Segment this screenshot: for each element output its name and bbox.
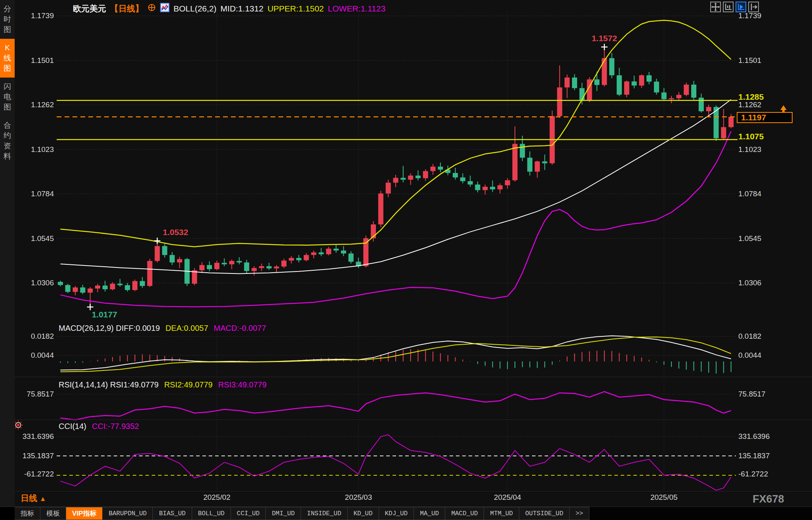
axis-label: 1.0545 <box>738 234 761 243</box>
rsi2-value: RSI2:49.0779 <box>164 380 212 389</box>
tab-mtmud[interactable]: MTM_UD <box>484 507 519 520</box>
axis-label: -61.2722 <box>738 470 768 478</box>
play-axis-icon[interactable] <box>736 2 746 12</box>
axis-label: 0.0182 <box>738 332 761 341</box>
tab-kdud[interactable]: KD_UD <box>348 507 379 520</box>
axis-label: 75.8517 <box>14 390 54 399</box>
support-level-label: 1.1075 <box>738 132 764 141</box>
scale-axis-icon[interactable] <box>723 2 734 12</box>
panel-divider <box>15 377 812 377</box>
x-axis-month-label: 2025/02 <box>197 493 236 502</box>
sidebar-item-1[interactable]: 分 时 图 <box>0 0 15 39</box>
chart-toolbar <box>710 2 759 12</box>
rsi1-value: RSI1:49.0779 <box>110 380 158 389</box>
price-annotation: 1.0177 <box>92 310 117 319</box>
axis-label: 1.0545 <box>14 234 54 243</box>
chart-header: 欧元美元 【日线】 BOLL(26,2) MID:1.1312 UPPER:1.… <box>73 3 385 14</box>
axis-label: 1.1023 <box>14 145 54 154</box>
boll-mid-value: MID:1.1312 <box>221 4 264 13</box>
tab-vip[interactable]: VIP指标 <box>66 507 103 520</box>
chart-app: 分 时 图K 线 图闪 电 图合 约 资 料 欧元美元 【日线】 BOLL(26… <box>0 0 812 520</box>
tab-dmiud[interactable]: DMI_UD <box>266 507 301 520</box>
axis-label: 0.0044 <box>738 351 761 360</box>
price-marker-cross-icon <box>601 44 608 50</box>
x-axis-month-label: 2025/05 <box>644 493 684 502</box>
candles-group <box>58 47 734 307</box>
axis-label: 1.1739 <box>738 11 761 20</box>
caret-up-icon: ▲ <box>40 495 46 503</box>
bollinger-bands <box>60 20 731 307</box>
sidebar-item-3[interactable]: 闪 电 图 <box>0 78 15 116</box>
symbol-name: 欧元美元 <box>73 3 106 14</box>
indicator-tab-bar: 指标模板VIP指标BARUPDN_UDBIAS_UDBOLL_UDCCI_UDD… <box>0 507 812 520</box>
x-axis-month-label: 2025/03 <box>339 493 378 502</box>
macd-panel <box>60 336 731 374</box>
axis-label: 1.1739 <box>14 11 54 20</box>
axis-label: 75.8517 <box>738 390 766 399</box>
axis-label: 1.1262 <box>14 101 54 109</box>
resistance-level-label: 1.1285 <box>738 92 764 102</box>
sidebar: 分 时 图K 线 图闪 电 图合 约 资 料 <box>0 0 15 507</box>
tabbar-spacer <box>0 507 15 520</box>
panel-divider <box>15 419 812 420</box>
axis-label: 1.1501 <box>14 56 54 65</box>
tab-bollud[interactable]: BOLL_UD <box>192 507 231 520</box>
boll-label: BOLL(26,2) <box>173 4 217 13</box>
tab-[interactable]: 指标 <box>15 507 40 520</box>
tab-[interactable]: 模板 <box>40 507 66 520</box>
level-lines <box>57 101 787 140</box>
tab-insideud[interactable]: INSIDE_UD <box>301 507 347 520</box>
axis-label: 1.1262 <box>738 101 761 109</box>
target-plus-icon[interactable] <box>147 3 156 14</box>
cci-panel <box>60 435 731 490</box>
watermark: FX678 <box>753 493 784 505</box>
axis-label: 1.1023 <box>738 145 761 154</box>
axis-label: 331.6396 <box>14 432 54 441</box>
price-annotation: 1.1572 <box>589 34 620 43</box>
cci-reference-lines <box>57 456 736 475</box>
rsi-header: RSI(14,14,14) RSI1:49.0779 RSI2:49.0779 … <box>59 380 267 389</box>
axis-label: -61.2722 <box>14 470 54 478</box>
macd-title: MACD(26,12,9) <box>59 324 114 332</box>
sidebar-item-2[interactable]: K 线 图 <box>0 39 15 78</box>
axis-label: 331.6396 <box>738 432 770 441</box>
axis-label: 135.1837 <box>14 452 54 460</box>
tab-outsideud[interactable]: OUTSIDE_UD <box>519 507 570 520</box>
boll-lower-value: LOWER:1.1123 <box>328 4 386 13</box>
pan-end-icon[interactable] <box>748 2 759 12</box>
axis-label: 135.1837 <box>738 452 770 460</box>
panel-divider <box>15 491 812 492</box>
macd-macd-value: MACD:-0.0077 <box>214 324 266 333</box>
tab-kdjud[interactable]: KDJ_UD <box>379 507 414 520</box>
axis-label: 1.1501 <box>738 56 761 65</box>
tab-biasud[interactable]: BIAS_UD <box>153 507 192 520</box>
sidebar-item-4[interactable]: 合 约 资 料 <box>0 116 15 165</box>
axis-label: 1.0784 <box>14 190 54 198</box>
rsi-panel <box>60 392 731 420</box>
tab-maud[interactable]: MA_UD <box>414 507 445 520</box>
timeframe-selector[interactable]: 日线 ▲ <box>21 493 46 504</box>
rsi-title: RSI(14,14,14) <box>59 380 108 389</box>
mini-chart-icon[interactable] <box>160 3 170 14</box>
tab-[interactable]: >> <box>570 507 589 520</box>
axis-label: 1.0306 <box>738 279 761 287</box>
macd-diff-value: DIFF:0.0019 <box>116 324 160 332</box>
axis-label: 1.0784 <box>738 190 761 198</box>
boll-upper-value: UPPER:1.1502 <box>267 4 324 13</box>
cci-value: CCI:-77.9352 <box>92 422 139 431</box>
main-chart-canvas[interactable] <box>0 0 812 520</box>
alert-sun-icon[interactable] <box>13 420 23 431</box>
tab-macdud[interactable]: MACD_UD <box>445 507 484 520</box>
rsi3-value: RSI3:49.0779 <box>218 380 267 389</box>
price-annotation: 1.0532 <box>163 228 188 237</box>
tab-cciud[interactable]: CCI_UD <box>231 507 266 520</box>
axis-label: 0.0182 <box>14 332 54 341</box>
tab-barupdnud[interactable]: BARUPDN_UD <box>103 507 153 520</box>
axis-label: 1.0306 <box>14 279 54 287</box>
period-tag[interactable]: 【日线】 <box>110 3 143 14</box>
crosshair-icon[interactable] <box>710 2 721 12</box>
cci-header: CCI(14) CCI:-77.9352 <box>59 422 139 431</box>
x-axis-month-label: 2025/04 <box>488 493 527 502</box>
axis-label: 0.0044 <box>14 351 54 360</box>
price-marker-cross-icon <box>87 304 93 310</box>
